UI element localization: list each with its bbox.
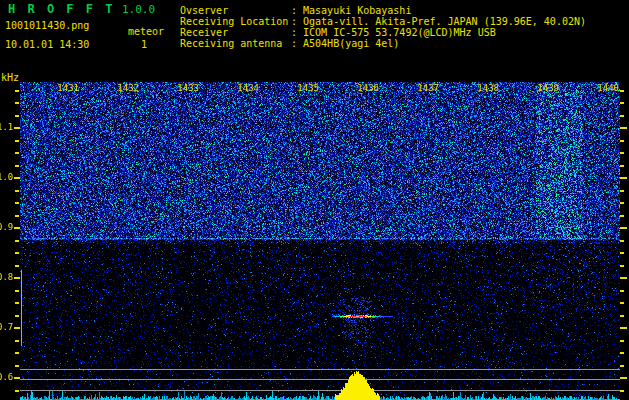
freq-tick <box>14 377 20 379</box>
freq-tick <box>620 265 624 267</box>
time-tick-label: 1435 <box>293 83 319 93</box>
freq-tick <box>620 302 624 304</box>
freq-tick <box>620 377 627 379</box>
freq-tick <box>15 315 19 317</box>
meteor-count: 1 <box>141 39 147 50</box>
freq-tick <box>15 302 19 304</box>
freq-tick <box>15 152 19 154</box>
date-time-label: 10.01.01 14:30 <box>5 39 89 50</box>
freq-tick-label: 0.7 <box>0 322 13 332</box>
freq-tick <box>620 115 624 117</box>
app-version: 1.0.0 <box>122 3 155 16</box>
freq-tick <box>620 152 624 154</box>
mode-label: meteor <box>128 26 164 37</box>
info-row-value: Masayuki Kobayashi <box>303 5 411 16</box>
freq-tick-label: 0.6 <box>0 372 13 382</box>
info-row-label: Receiver <box>180 27 291 38</box>
freq-tick <box>15 102 19 104</box>
time-tick-label: 1438 <box>473 83 499 93</box>
output-filename: 1001011430.png <box>5 20 89 31</box>
app-title: H R O F F T <box>8 2 115 16</box>
info-row-label: Ovserver <box>180 5 291 16</box>
time-tick-label: 1434 <box>233 83 259 93</box>
freq-tick <box>620 290 624 292</box>
time-tick-label: 1437 <box>413 83 439 93</box>
info-row-separator: : <box>291 5 297 16</box>
freq-axis-unit-label: kHz <box>1 72 19 83</box>
freq-tick <box>620 352 624 354</box>
freq-tick <box>620 140 624 142</box>
freq-tick <box>620 127 627 129</box>
freq-tick <box>620 165 624 167</box>
freq-tick-label: 0.9 <box>0 222 13 232</box>
freq-tick <box>620 190 624 192</box>
freq-tick <box>15 390 19 392</box>
freq-tick <box>620 277 627 279</box>
freq-tick <box>15 140 19 142</box>
freq-tick <box>15 90 19 92</box>
freq-tick <box>620 327 627 329</box>
freq-tick-label: 1.1 <box>0 122 13 132</box>
info-row-label: Receiving antenna <box>180 38 291 49</box>
freq-tick <box>15 115 19 117</box>
time-tick-label: 1432 <box>113 83 139 93</box>
info-row: Ovserver:Masayuki Kobayashi <box>180 5 586 16</box>
station-info: Ovserver:Masayuki KobayashiReceiving Loc… <box>180 5 586 49</box>
time-tick-label: 1431 <box>53 83 79 93</box>
freq-tick <box>620 202 624 204</box>
freq-tick <box>14 127 20 129</box>
time-tick-label: 1439 <box>533 83 559 93</box>
freq-tick <box>620 315 624 317</box>
info-row-value: ICOM IC-575 53.7492(@LCD)MHz USB <box>303 27 496 38</box>
freq-tick <box>15 190 19 192</box>
freq-tick <box>620 252 624 254</box>
time-tick-label: 1436 <box>353 83 379 93</box>
hrofft-output-screen: H R O F F T 1.0.0 1001011430.png meteor … <box>0 0 629 400</box>
info-row: Receiving Location:Ogata-vill. Akita-Pre… <box>180 16 586 27</box>
freq-tick <box>620 240 624 242</box>
freq-tick <box>620 340 624 342</box>
freq-tick <box>620 90 624 92</box>
freq-tick <box>620 177 627 179</box>
info-row-separator: : <box>291 16 297 27</box>
freq-tick <box>15 252 19 254</box>
info-row: Receiving antenna:A504HB(yagi 4el) <box>180 38 586 49</box>
freq-tick <box>620 215 624 217</box>
info-row-value: A504HB(yagi 4el) <box>303 38 399 49</box>
freq-tick <box>14 277 20 279</box>
info-row-separator: : <box>291 27 297 38</box>
freq-tick <box>15 365 19 367</box>
freq-tick <box>15 165 19 167</box>
freq-tick <box>14 177 20 179</box>
freq-tick <box>15 290 19 292</box>
freq-tick <box>15 215 19 217</box>
freq-tick <box>15 265 19 267</box>
freq-tick <box>620 227 627 229</box>
freq-tick-label: 1.0 <box>0 172 13 182</box>
freq-tick <box>620 102 624 104</box>
freq-tick <box>620 390 624 392</box>
freq-tick <box>15 352 19 354</box>
freq-tick <box>15 202 19 204</box>
info-row-separator: : <box>291 38 297 49</box>
freq-tick <box>14 227 20 229</box>
time-tick-label: 1440 <box>593 83 619 93</box>
freq-tick <box>15 340 19 342</box>
freq-tick <box>15 240 19 242</box>
spectrogram-canvas <box>20 82 620 400</box>
freq-tick <box>620 365 624 367</box>
info-row-value: Ogata-vill. Akita-Pref. JAPAN (139.96E, … <box>303 16 586 27</box>
freq-tick-label: 0.8 <box>0 272 13 282</box>
time-tick-label: 1433 <box>173 83 199 93</box>
info-row: Receiver:ICOM IC-575 53.7492(@LCD)MHz US… <box>180 27 586 38</box>
info-row-label: Receiving Location <box>180 16 291 27</box>
freq-tick <box>14 327 20 329</box>
